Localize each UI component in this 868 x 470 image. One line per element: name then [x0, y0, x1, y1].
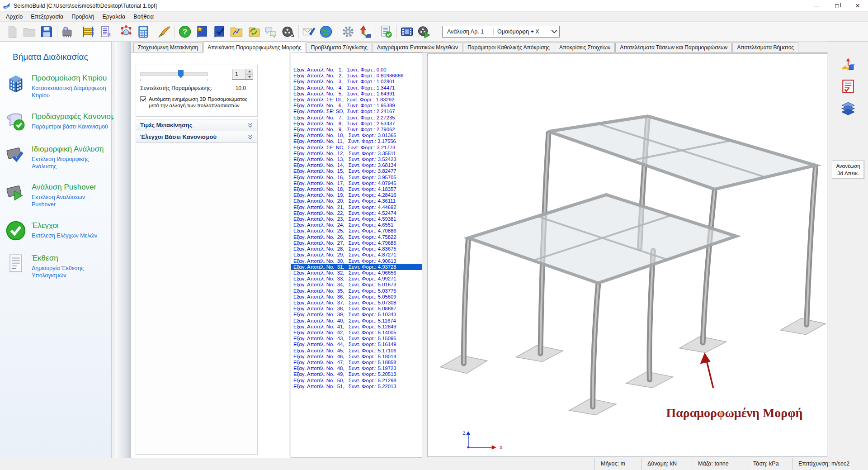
- step-code-requirements[interactable]: Προδιαγραφές Κανονισμ... Παράμετροι βάσε…: [5, 111, 108, 132]
- result-row[interactable]: Εξαγ. Αποτέλ. No. 19, Συντ. Φορτ.: 4.284…: [291, 192, 422, 198]
- result-row[interactable]: Εξαγ. Αποτέλ. ΣΕ: DL, Συντ. Φορτ.: 1.832…: [291, 97, 422, 103]
- result-row[interactable]: Εξαγ. Αποτέλ. No. 6, Συντ. Φορτ.: 1.9538…: [291, 103, 422, 109]
- step-slider[interactable]: [140, 70, 208, 79]
- result-row[interactable]: Εξαγ. Αποτέλ. No. 12, Συντ. Φορτ.: 3.355…: [291, 151, 422, 157]
- result-row[interactable]: Εξαγ. Αποτέλ. No. 29, Συντ. Φορτ.: 4.872…: [291, 252, 422, 258]
- menu-item[interactable]: Αρχείο: [2, 13, 27, 21]
- result-row[interactable]: Εξαγ. Αποτέλ. No. 15, Συντ. Φορτ.: 3.824…: [291, 168, 422, 174]
- result-row[interactable]: Εξαγ. Αποτέλ. No. 22, Συντ. Φορτ.: 4.524…: [291, 210, 422, 216]
- result-row[interactable]: Εξαγ. Αποτέλ. No. 14, Συντ. Φορτ.: 3.681…: [291, 162, 422, 168]
- result-row[interactable]: Εξαγ. Αποτέλ. No. 8, Συντ. Φορτ.: 2.5343…: [291, 121, 422, 127]
- result-row[interactable]: Εξαγ. Αποτέλ. No. 34, Συντ. Φορτ.: 5.016…: [291, 282, 422, 288]
- result-row[interactable]: Εξαγ. Αποτέλ. No. 30, Συντ. Φορτ.: 4.906…: [291, 258, 422, 264]
- result-row[interactable]: Εξαγ. Αποτέλ. No. 31, Συντ. Φορτ.: 4.937…: [291, 264, 422, 270]
- 3d-model-button[interactable]: [118, 23, 135, 40]
- result-row[interactable]: Εξαγ. Αποτέλ. No. 49, Συντ. Φορτ.: 5.205…: [291, 371, 422, 377]
- analysis-settings-button[interactable]: [340, 23, 357, 40]
- step-subtitle-link[interactable]: Κατασκευαστική Διαμόρφωση Κτιρίου: [32, 85, 108, 100]
- result-row[interactable]: Εξαγ. Αποτέλ. No. 51, Συντ. Φορτ.: 5.220…: [291, 384, 422, 389]
- result-row[interactable]: Εξαγ. Αποτέλ. No. 35, Συντ. Φορτ.: 5.037…: [291, 288, 422, 294]
- result-row[interactable]: Εξαγ. Αποτέλ. No. 3, Συντ. Φορτ.: 1.0280…: [291, 79, 422, 85]
- animation-button[interactable]: [398, 23, 415, 40]
- analysis-log-button[interactable]: [377, 23, 395, 40]
- tab[interactable]: Αποτελέσματα Τάσεων και Παραμορφώσεων: [615, 43, 732, 52]
- menu-item[interactable]: Εργαλεία: [99, 13, 130, 21]
- result-row[interactable]: Εξαγ. Αποτέλ. No. 25, Συντ. Φορτ.: 4.708…: [291, 228, 422, 234]
- step-eigenvalue-analysis[interactable]: Ιδιομορφική Ανάλυση Εκτέλεση Ιδιομορφική…: [5, 144, 108, 171]
- result-row[interactable]: Εξαγ. Αποτέλ. No. 42, Συντ. Φορτ.: 5.140…: [291, 330, 422, 336]
- step-subtitle-link[interactable]: Παράμετροι βάσει Κανονισμού: [32, 123, 109, 130]
- result-row[interactable]: Εξαγ. Αποτέλ. ΣΕ: NC, Συντ. Φορτ.: 3.217…: [291, 145, 422, 151]
- result-row[interactable]: Εξαγ. Αποτέλ. No. 13, Συντ. Φορτ.: 3.524…: [291, 157, 422, 162]
- step-subtitle-link[interactable]: Εκτέλεση Ελέγχων Μελών: [32, 232, 97, 239]
- verification-button[interactable]: [211, 23, 228, 40]
- tab[interactable]: Προβλήματα Σύγκλισης: [307, 43, 372, 52]
- tab[interactable]: Αποτελέσματα Βήματος: [732, 43, 798, 52]
- 3d-viewport[interactable]: Παραμορφωμένη Μορφή x z: [427, 53, 827, 457]
- processor-settings-button[interactable]: [59, 23, 76, 40]
- result-row[interactable]: Εξαγ. Αποτέλ. No. 40, Συντ. Φορτ.: 5.116…: [291, 318, 422, 324]
- result-row[interactable]: Εξαγ. Αποτέλ. No. 27, Συντ. Φορτ.: 4.796…: [291, 240, 422, 246]
- result-row[interactable]: Εξαγ. Αποτέλ. No. 21, Συντ. Φορτ.: 4.446…: [291, 204, 422, 210]
- result-row[interactable]: Εξαγ. Αποτέλ. No. 1, Συντ. Φορτ.: 0.00: [291, 67, 422, 73]
- open-button[interactable]: [21, 23, 38, 40]
- panel-splitter[interactable]: [114, 42, 131, 458]
- step-building-modelling[interactable]: Προσομοίωση Κτιρίου Κατασκευαστική Διαμό…: [5, 73, 108, 100]
- step-title[interactable]: Προσομοίωση Κτιρίου: [32, 74, 108, 83]
- result-row[interactable]: Εξαγ. Αποτέλ. No. 11, Συντ. Φορτ.: 3.175…: [291, 138, 422, 144]
- examples-folder-button[interactable]: [228, 23, 245, 40]
- result-row[interactable]: Εξαγ. Αποτέλ. No. 44, Συντ. Φορτ.: 5.161…: [291, 342, 422, 347]
- tab[interactable]: Στοχευόμενη Μετακίνηση: [133, 43, 203, 52]
- result-row[interactable]: Εξαγ. Αποτέλ. No. 16, Συντ. Φορτ.: 3.957…: [291, 175, 422, 180]
- load-case-select[interactable]: Ομοιόμορφη + X: [493, 28, 551, 35]
- step-title[interactable]: Προδιαγραφές Κανονισμ...: [32, 112, 122, 121]
- step-spinner[interactable]: 1: [232, 69, 253, 80]
- result-row[interactable]: Εξαγ. Αποτέλ. No. 5, Συντ. Φορτ.: 1.6499…: [291, 91, 422, 97]
- view-orientation-button[interactable]: [839, 56, 857, 74]
- minimize-button[interactable]: [806, 0, 826, 12]
- result-row[interactable]: Εξαγ. Αποτέλ. No. 26, Συντ. Φορτ.: 4.758…: [291, 234, 422, 240]
- tab[interactable]: Απεικόνιση Παραμορφωμένης Μορφής: [203, 42, 306, 52]
- step-title[interactable]: Ιδιομορφική Ανάλυση: [32, 145, 108, 154]
- result-row[interactable]: Εξαγ. Αποτέλ. No. 41, Συντ. Φορτ.: 5.128…: [291, 324, 422, 330]
- menu-item[interactable]: Βοήθεια: [129, 13, 158, 21]
- tab[interactable]: Αποκρίσεις Στοιχείων: [555, 43, 615, 52]
- result-row[interactable]: Εξαγ. Αποτέλ. No. 7, Συντ. Φορτ.: 2.2723…: [291, 115, 422, 121]
- result-row[interactable]: Εξαγ. Αποτέλ. No. 10, Συντ. Φορτ.: 3.013…: [291, 133, 422, 138]
- slider-thumb[interactable]: [178, 70, 184, 78]
- menu-item[interactable]: Επεξεργασία: [27, 13, 67, 21]
- deformation-factor-value[interactable]: 10.0: [236, 85, 246, 91]
- video-tutorials-button[interactable]: [279, 23, 297, 40]
- result-row[interactable]: Εξαγ. Αποτέλ. No. 45, Συντ. Φορτ.: 5.171…: [291, 348, 422, 354]
- result-row[interactable]: Εξαγ. Αποτέλ. No. 46, Συντ. Φορτ.: 5.180…: [291, 354, 422, 360]
- menu-item[interactable]: Προβολή: [67, 13, 98, 21]
- create-movie-button[interactable]: [415, 23, 433, 40]
- tab[interactable]: Παράμετροι Καθολικής Απόκρισης: [463, 43, 554, 52]
- calculator-button[interactable]: [135, 23, 152, 40]
- result-row[interactable]: Εξαγ. Αποτέλ. No. 48, Συντ. Φορτ.: 5.197…: [291, 366, 422, 371]
- analysis-selector[interactable]: Ανάλυση Αρ. 1 Ομοιόμορφη + X: [442, 26, 560, 38]
- import-export-button[interactable]: [245, 23, 262, 40]
- tab[interactable]: Διαγράμματα Εντατικών Μεγεθών: [373, 43, 462, 52]
- result-row[interactable]: Εξαγ. Αποτέλ. No. 37, Συντ. Φορτ.: 5.073…: [291, 300, 422, 306]
- spinner-value[interactable]: 1: [232, 69, 245, 79]
- restore-button[interactable]: [826, 0, 847, 12]
- result-row[interactable]: Εξαγ. Αποτέλ. No. 24, Συντ. Φορτ.: 4.655…: [291, 222, 422, 228]
- refresh-3d-button[interactable]: Ανανέωση 3d Απεικ.: [832, 161, 864, 179]
- result-row[interactable]: Εξαγ. Αποτέλ. No. 20, Συντ. Φορτ.: 4.361…: [291, 198, 422, 204]
- help-button[interactable]: [176, 23, 193, 40]
- website-button[interactable]: [317, 23, 335, 40]
- result-row[interactable]: Εξαγ. Αποτέλ. No. 4, Συντ. Φορτ.: 1.3447…: [291, 85, 422, 91]
- result-row[interactable]: Εξαγ. Αποτέλ. No. 43, Συντ. Φορτ.: 5.150…: [291, 336, 422, 342]
- step-checks[interactable]: Έλεγχοι Εκτέλεση Ελέγχων Μελών: [5, 220, 108, 241]
- step-report[interactable]: Έκθεση Δημιουργία Έκθεσης Υπολογισμών: [5, 253, 108, 280]
- section-code-checks[interactable]: Έλεγχοι Βάσει Κανονισμού: [136, 131, 257, 143]
- result-row[interactable]: Εξαγ. Αποτέλ. No. 32, Συντ. Φορτ.: 4.966…: [291, 270, 422, 276]
- tutorials-button[interactable]: [193, 23, 211, 40]
- step-subtitle-link[interactable]: Δημιουργία Έκθεσης Υπολογισμών: [32, 265, 108, 280]
- result-row[interactable]: Εξαγ. Αποτέλ. No. 28, Συντ. Φορτ.: 4.836…: [291, 246, 422, 252]
- result-row[interactable]: Εξαγ. Αποτέλ. No. 36, Συντ. Φορτ.: 5.056…: [291, 294, 422, 300]
- result-row[interactable]: Εξαγ. Αποτέλ. ΣΕ: SD, Συντ. Φορτ.: 2.241…: [291, 109, 422, 114]
- building-modeller-button[interactable]: [80, 23, 97, 40]
- result-row[interactable]: Εξαγ. Αποτέλ. No. 47, Συντ. Φορτ.: 5.188…: [291, 360, 422, 366]
